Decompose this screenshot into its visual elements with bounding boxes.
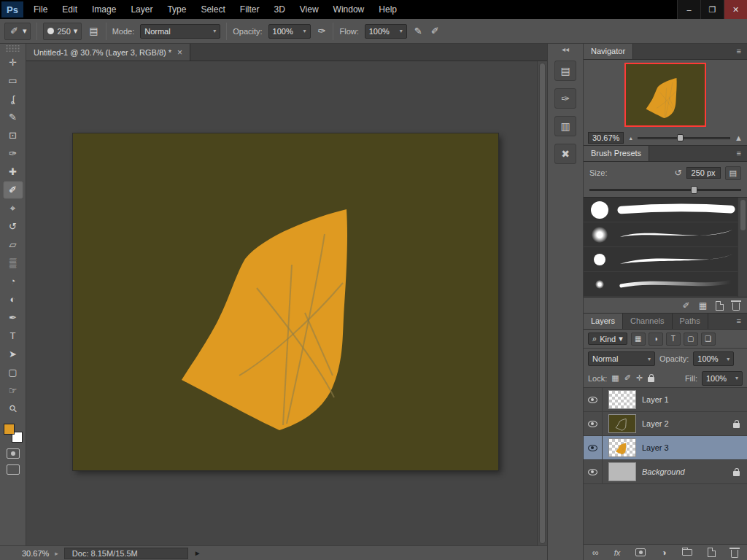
panel-menu-icon[interactable]: ≡ — [731, 146, 747, 161]
zoom-out-icon[interactable]: ▲ — [628, 136, 633, 141]
vertical-scrollbar[interactable] — [537, 61, 547, 545]
filter-type-layers-icon[interactable]: T — [666, 332, 681, 346]
menu-layer[interactable]: Layer — [123, 0, 160, 19]
layer-thumbnail[interactable] — [608, 462, 636, 481]
menu-window[interactable]: Window — [326, 0, 372, 19]
lock-transparency-icon[interactable]: ▦ — [611, 373, 619, 383]
menu-help[interactable]: Help — [371, 0, 404, 19]
delete-layer-icon[interactable] — [731, 550, 738, 558]
slider-thumb[interactable] — [677, 134, 684, 141]
expand-panels-icon[interactable]: ◂◂ — [548, 44, 583, 55]
adjustment-layer-icon[interactable]: ◑ — [661, 548, 666, 558]
menu-edit[interactable]: Edit — [55, 0, 85, 19]
layer-row-layer-3[interactable]: Layer 3 — [584, 436, 747, 460]
brush-preset-row[interactable] — [584, 272, 747, 297]
screen-mode-button[interactable] — [7, 464, 20, 475]
fill-select[interactable]: 100% ▾ — [702, 371, 743, 386]
menu-file[interactable]: File — [26, 0, 55, 19]
tool-blur[interactable]: ◔ — [3, 272, 23, 290]
tab-layers[interactable]: Layers — [584, 314, 623, 329]
filter-pixel-layers-icon[interactable]: ▦ — [631, 332, 646, 346]
zoom-in-icon[interactable]: ▲ — [735, 133, 743, 142]
toggle-brush-panel-icon[interactable]: ▤ — [88, 26, 99, 36]
tool-crop[interactable]: ⊡ — [3, 126, 23, 144]
tool-history-brush[interactable]: ↺ — [3, 217, 23, 236]
tool-move[interactable]: ✛ — [3, 53, 23, 71]
new-layer-icon[interactable] — [708, 548, 716, 557]
tool-gradient[interactable]: ▒ — [3, 254, 23, 272]
brush-preset-row[interactable] — [584, 198, 747, 222]
panel-menu-icon[interactable]: ≡ — [731, 44, 747, 59]
pen-pressure-opacity-icon[interactable]: ✑ — [317, 26, 328, 36]
tool-dodge[interactable]: ◐ — [3, 290, 23, 308]
tool-lasso[interactable]: ʆ — [3, 90, 23, 108]
histogram-panel-icon[interactable]: ▥ — [554, 116, 576, 136]
document-tab[interactable]: Untitled-1 @ 30.7% (Layer 3, RGB/8) * × — [26, 44, 190, 61]
layer-opacity-select[interactable]: 100% ▾ — [693, 351, 734, 366]
flow-select[interactable]: 100% ▾ — [365, 24, 407, 39]
lock-pixels-icon[interactable]: ✐ — [624, 373, 631, 383]
clone-source-panel-icon[interactable]: ✑ — [554, 88, 576, 109]
filter-smart-objects-icon[interactable]: ❑ — [701, 332, 716, 346]
brush-list-scrollbar[interactable] — [738, 198, 747, 297]
filter-shape-layers-icon[interactable]: ▢ — [684, 332, 698, 346]
tool-rectangle[interactable]: ▢ — [3, 363, 23, 381]
layer-thumbnail[interactable] — [608, 390, 636, 409]
tools-panel-grip[interactable] — [6, 45, 20, 52]
link-layers-icon[interactable]: ∞ — [592, 548, 599, 558]
status-zoom-field[interactable]: 30.67% — [22, 549, 49, 558]
tool-presets-panel-icon[interactable]: ✖ — [554, 144, 576, 164]
layer-name[interactable]: Background — [642, 467, 685, 476]
layer-row-layer-2[interactable]: Layer 2 — [584, 412, 747, 436]
scrollbar-thumb[interactable] — [740, 199, 746, 231]
tab-brush-presets[interactable]: Brush Presets — [584, 146, 649, 161]
tool-path-selection[interactable]: ➤ — [3, 345, 23, 363]
canvas-viewport[interactable] — [26, 61, 547, 545]
visibility-toggle[interactable] — [584, 412, 603, 435]
scrollbar-thumb[interactable] — [539, 63, 546, 544]
layer-effects-icon[interactable]: fx — [614, 548, 621, 557]
navigator-proxy-view[interactable] — [626, 64, 705, 125]
minimize-button[interactable]: – — [677, 0, 700, 19]
new-group-icon[interactable] — [682, 549, 692, 556]
opacity-select[interactable]: 100% ▾ — [268, 24, 311, 39]
panel-menu-icon[interactable]: ≡ — [731, 314, 747, 329]
pen-pressure-size-icon[interactable]: ✐ — [430, 26, 441, 36]
tab-navigator[interactable]: Navigator — [584, 44, 633, 59]
status-menu-arrow-icon[interactable]: ► — [194, 549, 201, 557]
color-swatches[interactable] — [4, 424, 23, 443]
layer-row-background[interactable]: Background — [584, 460, 747, 484]
canvas-document[interactable] — [73, 133, 498, 470]
restore-button[interactable]: ❐ — [700, 0, 724, 19]
tab-channels[interactable]: Channels — [623, 314, 672, 329]
document-size-info[interactable]: Doc: 8.15M/15.5M — [64, 548, 188, 559]
close-tab-icon[interactable]: × — [177, 47, 182, 58]
layer-name[interactable]: Layer 1 — [642, 395, 669, 404]
open-brush-panel-icon[interactable]: ▤ — [725, 166, 741, 180]
visibility-toggle[interactable] — [584, 460, 603, 483]
navigator-zoom-slider[interactable] — [638, 133, 730, 142]
properties-panel-icon[interactable]: ▤ — [554, 61, 576, 81]
tool-eraser[interactable]: ▱ — [3, 236, 23, 254]
layer-row-layer-1[interactable]: Layer 1 — [584, 388, 747, 412]
blend-mode-select[interactable]: Normal ▾ — [140, 24, 220, 39]
brush-size-picker[interactable]: 250 ▾ — [43, 23, 82, 40]
stroke-preview-icon[interactable]: ✐ — [683, 300, 690, 311]
new-brush-icon[interactable] — [716, 301, 724, 311]
foreground-color-swatch[interactable] — [4, 424, 15, 435]
tool-preset-picker[interactable]: ✐ ▾ — [4, 23, 31, 40]
grid-view-icon[interactable]: ▦ — [699, 300, 707, 311]
menu-filter[interactable]: Filter — [233, 0, 267, 19]
brush-preset-row[interactable] — [584, 222, 747, 247]
quick-mask-button[interactable] — [7, 448, 20, 459]
airbrush-icon[interactable]: ✎ — [413, 26, 424, 36]
reset-size-icon[interactable]: ↺ — [675, 168, 682, 178]
tab-paths[interactable]: Paths — [673, 314, 708, 329]
tool-rectangular-marquee[interactable]: ▭ — [3, 71, 23, 90]
layer-name[interactable]: Layer 2 — [642, 419, 669, 428]
lock-position-icon[interactable]: ✛ — [636, 373, 643, 383]
delete-brush-icon[interactable] — [732, 303, 740, 311]
tool-spot-healing-brush[interactable]: ✚ — [3, 163, 23, 181]
tool-eyedropper[interactable]: ✑ — [3, 144, 23, 163]
visibility-toggle[interactable] — [584, 436, 603, 459]
